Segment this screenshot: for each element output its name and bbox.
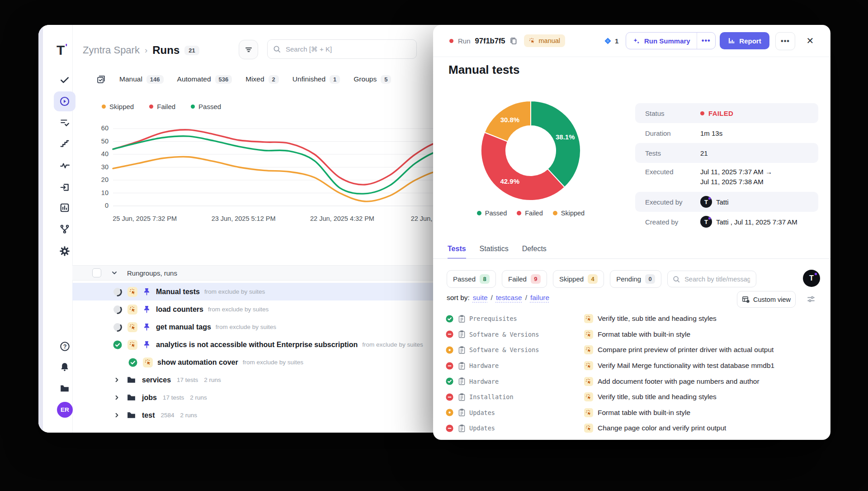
tab-defects[interactable]: Defects [522, 245, 547, 259]
breadcrumb-project[interactable]: Zyntra Spark [83, 44, 140, 56]
test-title: Add document footer with page numbers an… [598, 377, 760, 386]
test-suite: Updates [469, 409, 495, 416]
legend-failed[interactable]: Failed [149, 103, 175, 110]
tests-search[interactable] [667, 271, 756, 287]
sidebar-item-imports[interactable] [54, 177, 75, 197]
sidebar-item-branches[interactable] [54, 219, 75, 239]
sidebar-item-pulse[interactable] [54, 156, 75, 176]
avatar: T [700, 196, 712, 208]
manual-test-icon [584, 361, 593, 370]
checklist-icon [96, 75, 106, 84]
manual-test-icon [584, 392, 593, 401]
tab-groups[interactable]: Groups5 [354, 75, 391, 84]
filter-passed[interactable]: Passed8 [447, 270, 496, 288]
tab-automated[interactable]: Automated536 [177, 75, 232, 84]
legend-passed[interactable]: Passed [477, 210, 507, 217]
chevron-down-icon[interactable] [111, 270, 118, 276]
flaky-counter[interactable]: 1 [604, 25, 618, 57]
test-row[interactable]: PrerequisitesVerify title, sub title and… [433, 311, 830, 327]
folder-icon [127, 375, 136, 385]
sidebar-item-test-plans[interactable] [54, 113, 75, 133]
sidebar-item-tasks-check[interactable] [54, 70, 75, 90]
run-summary-more-button[interactable]: ••• [697, 33, 715, 49]
legend-skipped[interactable]: Skipped [102, 103, 134, 110]
folder-icon [127, 410, 136, 420]
sort-by-suite[interactable]: suite [473, 294, 488, 302]
legend-failed[interactable]: Failed [517, 210, 543, 217]
custom-view-button[interactable]: Custom view [737, 291, 796, 308]
tab-mixed[interactable]: Mixed2 [245, 75, 279, 84]
clipboard-icon [458, 330, 465, 338]
project-logo[interactable]: T [803, 270, 820, 287]
group-runs-count: 2 runs [190, 394, 207, 401]
failed-dot-icon [449, 39, 453, 43]
test-row[interactable]: InstallationVerify title, sub title and … [433, 389, 830, 405]
test-row[interactable]: Software & VersionsFormat table with bui… [433, 327, 830, 343]
select-all-checkbox[interactable] [92, 268, 101, 277]
pin-icon[interactable] [142, 323, 151, 332]
filter-pending[interactable]: Pending0 [610, 270, 661, 288]
manual-tag: manual [524, 34, 565, 47]
pin-icon[interactable] [142, 287, 151, 296]
sidebar-item-settings[interactable] [54, 241, 75, 261]
app-logo: T' [57, 42, 67, 58]
global-search[interactable] [267, 39, 417, 59]
run-from: from exclude by suites [243, 359, 303, 366]
group-tests-count: 17 tests [177, 377, 198, 383]
test-status-icon [446, 315, 453, 323]
breadcrumb: Zyntra Spark › Runs 21 [83, 42, 199, 58]
test-title: Change page color and verify print outpu… [598, 424, 726, 432]
pin-icon[interactable] [142, 340, 151, 349]
group-tests-count: 2584 [160, 412, 174, 419]
manual-test-icon [584, 330, 593, 339]
run-title: analytics is not accessible without Ente… [156, 341, 358, 349]
tests-search-input[interactable] [684, 275, 751, 283]
test-row[interactable]: HardwareVerify Mail Merge functionality … [433, 358, 830, 374]
pulse-icon [60, 161, 70, 171]
pin-icon[interactable] [142, 305, 151, 314]
report-button[interactable]: Report [720, 32, 769, 49]
sidebar-item-steps[interactable] [54, 133, 75, 153]
tab-unfinished[interactable]: Unfinished1 [292, 75, 340, 84]
legend-passed[interactable]: Passed [191, 103, 221, 110]
run-detail-panel: Run 97f1b7f5 manual 1 Run Summary ••• Re… [433, 25, 830, 440]
tab-statistics[interactable]: Statistics [480, 245, 509, 259]
sort-by-failure[interactable]: failure [530, 294, 549, 302]
close-icon[interactable]: ✕ [801, 32, 819, 49]
view-settings-icon[interactable] [807, 295, 816, 304]
clipboard-icon [458, 424, 465, 432]
test-row[interactable]: Software & VersionsCompare print preview… [433, 342, 830, 358]
test-row[interactable]: UpdatesChange page color and verify prin… [433, 420, 830, 436]
info-row-status: Status FAILED [635, 103, 818, 123]
status-dot-icon [700, 111, 704, 115]
run-type-tabs: Manual146 Automated536 Mixed2 Unfinished… [96, 71, 391, 87]
chevron-right-icon[interactable] [114, 412, 120, 418]
panel-more-button[interactable]: ••• [775, 32, 795, 50]
search-icon [273, 45, 281, 53]
chevron-right-icon[interactable] [114, 377, 120, 383]
sidebar-item-analytics[interactable] [54, 198, 75, 218]
test-suite: Software & Versions [469, 331, 539, 338]
test-row[interactable]: UpdatesFormat table with built-in style [433, 405, 830, 421]
sidebar-item-runs[interactable] [54, 91, 75, 111]
group-tests-count: 17 tests [163, 394, 184, 401]
filter-failed[interactable]: Failed9 [502, 270, 547, 288]
info-row-tests: Tests 21 [635, 143, 818, 163]
tab-tests[interactable]: Tests [448, 245, 466, 259]
filter-skipped[interactable]: Skipped4 [553, 270, 604, 288]
manual-run-icon [127, 287, 137, 297]
run-summary-button[interactable]: Run Summary ••• [626, 32, 716, 49]
clipboard-icon [458, 409, 465, 416]
user-avatar[interactable]: ER [57, 402, 73, 418]
test-row[interactable]: HardwareAdd document footer with page nu… [433, 373, 830, 389]
tab-manual[interactable]: Manual146 [119, 75, 164, 84]
search-input[interactable] [285, 45, 411, 53]
manual-test-icon [584, 424, 593, 433]
test-suite: Updates [469, 424, 495, 432]
legend-skipped[interactable]: Skipped [553, 210, 585, 217]
chevron-right-icon[interactable] [114, 395, 120, 400]
sort-by-testcase[interactable]: testcase [496, 294, 522, 302]
info-row-executed-by: Executed by TTatti [635, 192, 818, 212]
copy-icon[interactable] [509, 37, 518, 45]
filter-button[interactable] [239, 40, 258, 59]
